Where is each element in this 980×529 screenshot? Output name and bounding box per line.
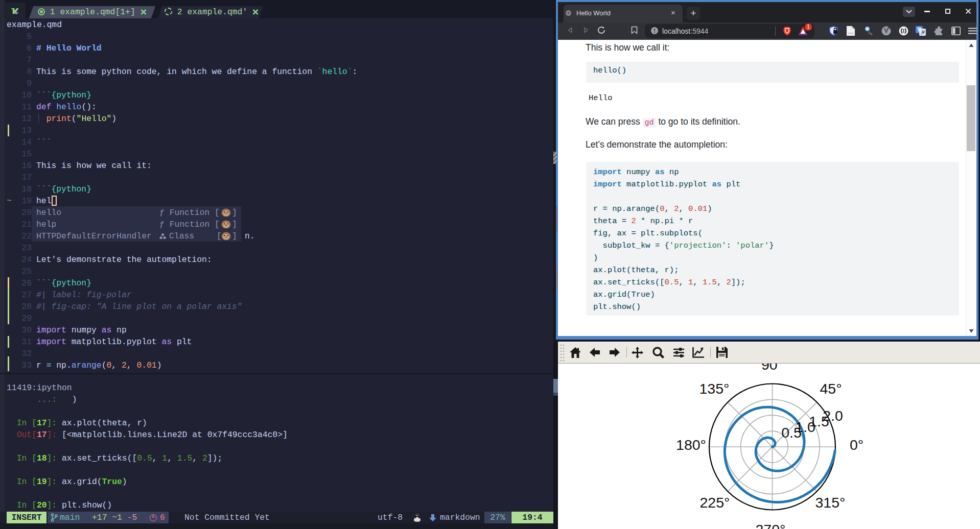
svg-text:180°: 180° [676, 437, 706, 453]
svg-text:2.0: 2.0 [823, 407, 843, 424]
svg-text:315°: 315° [815, 494, 846, 511]
svg-text:0°: 0° [850, 437, 864, 453]
svg-text:90°: 90° [761, 364, 783, 373]
svg-text:270°: 270° [756, 521, 786, 529]
svg-text:225°: 225° [700, 494, 730, 511]
svg-text:45°: 45° [820, 380, 842, 397]
svg-text:135°: 135° [699, 380, 730, 397]
